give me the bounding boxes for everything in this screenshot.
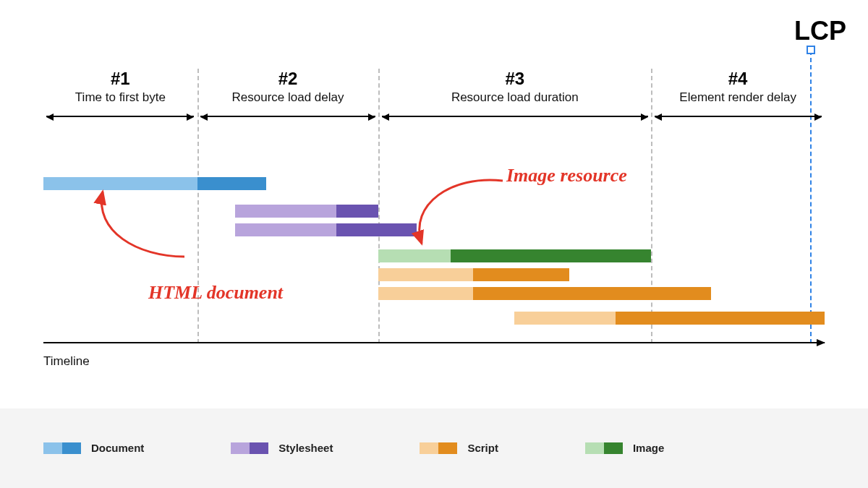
region-4: #4 Element render delay (651, 69, 825, 105)
bar-script (514, 312, 825, 325)
region-1: #1 Time to first byte (43, 69, 197, 105)
timeline-axis-label: Timeline (43, 354, 90, 369)
region-3: #3 Resource load duration (378, 69, 651, 105)
diagram-stage: LCP #1 Time to first byte #2 Resource lo… (0, 0, 868, 488)
legend-item-document: Document (43, 442, 144, 454)
legend: Document Stylesheet Script Image (0, 408, 868, 488)
swatch-image (585, 442, 623, 454)
legend-item-script: Script (420, 442, 498, 454)
lcp-marker-handle (807, 46, 815, 54)
bar-stylesheet (235, 205, 379, 218)
legend-item-image: Image (585, 442, 664, 454)
region-label: Resource load duration (378, 90, 651, 105)
range-arrow (655, 116, 822, 117)
annotation-arrow (401, 175, 517, 254)
legend-label: Stylesheet (278, 442, 333, 454)
swatch-script (420, 442, 457, 454)
range-arrow (46, 116, 194, 117)
annotation-html-document: HTML document (148, 282, 283, 304)
region-num: #4 (651, 69, 825, 89)
swatch-stylesheet (231, 442, 268, 454)
legend-label: Script (467, 442, 498, 454)
region-label: Resource load delay (197, 90, 379, 105)
bar-stylesheet (235, 223, 417, 236)
region-num: #1 (43, 69, 197, 89)
region-num: #2 (197, 69, 379, 89)
annotation-image-resource: Image resource (506, 165, 627, 187)
legend-item-stylesheet: Stylesheet (231, 442, 333, 454)
phase-divider (378, 69, 380, 343)
region-2: #2 Resource load delay (197, 69, 379, 105)
annotation-arrow (72, 188, 195, 275)
range-arrow (382, 116, 648, 117)
region-label: Time to first byte (43, 90, 197, 105)
lcp-label: LCP (794, 16, 846, 46)
region-num: #3 (378, 69, 651, 89)
legend-label: Document (91, 442, 144, 454)
legend-label: Image (633, 442, 664, 454)
phase-divider (651, 69, 652, 343)
range-arrow (200, 116, 375, 117)
region-label: Element render delay (651, 90, 825, 105)
swatch-document (43, 442, 81, 454)
timeline-axis (43, 342, 825, 343)
bar-script (378, 287, 711, 300)
bar-script (378, 268, 569, 281)
